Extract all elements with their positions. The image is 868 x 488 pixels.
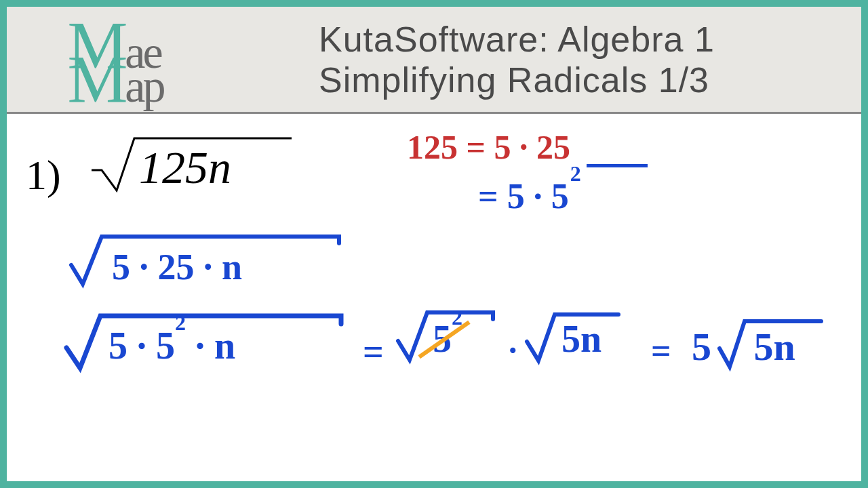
step1b-exp: 2 bbox=[175, 310, 186, 335]
step1b-text: 5 · 5 bbox=[108, 325, 175, 367]
radicand-var: n bbox=[208, 142, 231, 193]
radicand-num: 125 bbox=[139, 142, 208, 193]
problem-expression: 125n bbox=[88, 133, 305, 212]
sqrt-5n: 5n bbox=[529, 317, 569, 361]
app-frame: M ae M ap KutaSoftware: Algebra 1 Simpli… bbox=[0, 0, 868, 488]
final-coeff: 5 bbox=[692, 325, 711, 369]
equals-1: = bbox=[363, 331, 384, 373]
logo-ap: ap bbox=[125, 67, 163, 106]
rewrite-step-1: 5 · 25 · n bbox=[75, 246, 205, 288]
equals-2: = bbox=[651, 331, 671, 371]
rewrite-step-2: 5 · 52 · n bbox=[71, 324, 198, 367]
title-line-1: KutaSoftware: Algebra 1 bbox=[319, 19, 861, 60]
step1b-tail: · n bbox=[186, 325, 235, 367]
underline-25 bbox=[587, 164, 648, 167]
final-radicand: 5n bbox=[754, 325, 795, 369]
whiteboard: 1) 125n 125 = 5 · 25 = 5 · 52 5 · 25 · n bbox=[7, 114, 861, 481]
step1a-text: 5 · 25 · n bbox=[112, 247, 242, 287]
final-answer: 5 5n bbox=[692, 324, 763, 369]
blue-exp: 2 bbox=[570, 161, 581, 186]
problem-number: 1) bbox=[26, 151, 61, 199]
blue-eq-text: = 5 · 5 bbox=[478, 177, 569, 216]
factor-step-blue: = 5 · 52 bbox=[478, 176, 580, 216]
header-bar: M ae M ap KutaSoftware: Algebra 1 Simpli… bbox=[7, 7, 861, 114]
logo-m2: M bbox=[67, 52, 125, 106]
sqrt5n-text: 5n bbox=[561, 318, 601, 360]
title-line-2: Simplifying Radicals 1/3 bbox=[319, 60, 861, 100]
middle-dot: · bbox=[509, 331, 517, 370]
factor-step-red: 125 = 5 · 25 bbox=[407, 127, 570, 167]
page-title: KutaSoftware: Algebra 1 Simplifying Radi… bbox=[210, 19, 861, 100]
brand-logo: M ae M ap bbox=[7, 6, 210, 113]
